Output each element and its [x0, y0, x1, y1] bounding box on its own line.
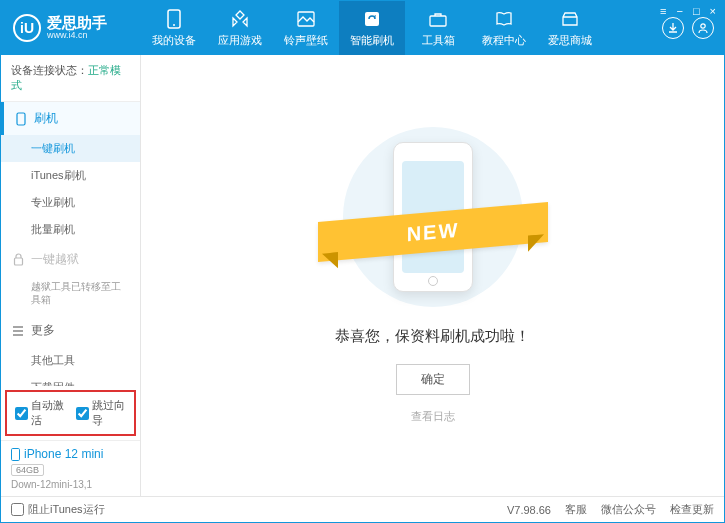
- more-icon: [11, 324, 25, 338]
- nav-label: 教程中心: [482, 33, 526, 48]
- footer: 阻止iTunes运行 V7.98.66 客服 微信公众号 检查更新: [1, 496, 724, 522]
- ok-button[interactable]: 确定: [396, 364, 470, 395]
- svg-rect-8: [12, 448, 20, 460]
- cat-label: 刷机: [34, 110, 58, 127]
- titlebar: iU 爱思助手 www.i4.cn 我的设备 应用游戏 铃声壁纸 智能刷机: [1, 1, 724, 55]
- app-window: ≡ − □ × iU 爱思助手 www.i4.cn 我的设备 应用游戏 铃声壁纸: [0, 0, 725, 523]
- connection-status: 设备连接状态：正常模式: [1, 55, 140, 102]
- nav-label: 应用游戏: [218, 33, 262, 48]
- sub-one-key-flash[interactable]: 一键刷机: [1, 135, 140, 162]
- lock-icon: [11, 253, 25, 267]
- svg-rect-6: [17, 113, 25, 125]
- options-box: 自动激活 跳过向导: [5, 390, 136, 436]
- nav-store[interactable]: 爱思商城: [537, 1, 603, 55]
- device-subtitle: Down-12mini-13,1: [11, 479, 130, 490]
- cat-label: 一键越狱: [31, 251, 79, 268]
- nav-label: 工具箱: [422, 33, 455, 48]
- check-auto-activate[interactable]: 自动激活: [15, 398, 66, 428]
- nav-label: 铃声壁纸: [284, 33, 328, 48]
- sub-download-firmware[interactable]: 下载固件: [1, 374, 140, 386]
- app-title: 爱思助手: [47, 15, 107, 32]
- status-label: 设备连接状态：: [11, 64, 88, 76]
- check-skip-guide[interactable]: 跳过向导: [76, 398, 127, 428]
- sub-itunes-flash[interactable]: iTunes刷机: [1, 162, 140, 189]
- apps-icon: [230, 9, 250, 29]
- nav-tutorial[interactable]: 教程中心: [471, 1, 537, 55]
- cat-flash[interactable]: 刷机: [1, 102, 140, 135]
- device-phone-icon: [11, 448, 20, 461]
- customer-service-link[interactable]: 客服: [565, 502, 587, 517]
- device-capacity: 64GB: [11, 464, 44, 476]
- app-subtitle: www.i4.cn: [47, 31, 107, 41]
- svg-rect-7: [14, 258, 22, 265]
- book-icon: [494, 9, 514, 29]
- svg-point-5: [701, 24, 705, 28]
- wallpaper-icon: [296, 9, 316, 29]
- svg-point-1: [173, 24, 175, 26]
- sub-other-tools[interactable]: 其他工具: [1, 347, 140, 374]
- close-button[interactable]: ×: [708, 5, 718, 17]
- nav-flash[interactable]: 智能刷机: [339, 1, 405, 55]
- body: 设备连接状态：正常模式 刷机 一键刷机 iTunes刷机 专业刷机 批量刷机 一…: [1, 55, 724, 496]
- nav-label: 爱思商城: [548, 33, 592, 48]
- toolbox-icon: [428, 9, 448, 29]
- device-panel[interactable]: iPhone 12 mini 64GB Down-12mini-13,1: [1, 440, 140, 496]
- cat-more[interactable]: 更多: [1, 314, 140, 347]
- main-content: NEW 恭喜您，保资料刷机成功啦！ 确定 查看日志: [141, 55, 724, 496]
- cat-jailbreak[interactable]: 一键越狱: [1, 243, 140, 276]
- maximize-button[interactable]: □: [691, 5, 702, 17]
- check-label: 自动激活: [31, 398, 66, 428]
- version-label: V7.98.66: [507, 504, 551, 516]
- view-log-link[interactable]: 查看日志: [411, 409, 455, 424]
- titlebar-right: [652, 17, 724, 39]
- menu-button[interactable]: ≡: [658, 5, 668, 17]
- sub-batch-flash[interactable]: 批量刷机: [1, 216, 140, 243]
- phone-icon: [164, 9, 184, 29]
- svg-rect-3: [365, 12, 379, 26]
- logo: iU 爱思助手 www.i4.cn: [1, 14, 141, 42]
- nav-toolbox[interactable]: 工具箱: [405, 1, 471, 55]
- block-itunes[interactable]: 阻止iTunes运行: [11, 502, 105, 517]
- jailbreak-note: 越狱工具已转移至工具箱: [1, 276, 140, 314]
- minimize-button[interactable]: −: [674, 5, 684, 17]
- nav-my-device[interactable]: 我的设备: [141, 1, 207, 55]
- nav-ringtone[interactable]: 铃声壁纸: [273, 1, 339, 55]
- phone-small-icon: [14, 112, 28, 126]
- window-controls: ≡ − □ ×: [658, 5, 718, 17]
- check-update-link[interactable]: 检查更新: [670, 502, 714, 517]
- flash-icon: [362, 9, 382, 29]
- block-itunes-checkbox[interactable]: [11, 503, 24, 516]
- check-label: 跳过向导: [92, 398, 127, 428]
- cat-label: 更多: [31, 322, 55, 339]
- store-icon: [560, 9, 580, 29]
- device-name: iPhone 12 mini: [11, 447, 130, 461]
- main-nav: 我的设备 应用游戏 铃声壁纸 智能刷机 工具箱 教程中心: [141, 1, 652, 55]
- side-menu: 刷机 一键刷机 iTunes刷机 专业刷机 批量刷机 一键越狱 越狱工具已转移至…: [1, 102, 140, 386]
- success-illustration: NEW: [333, 127, 533, 307]
- svg-rect-4: [430, 16, 446, 26]
- sidebar: 设备连接状态：正常模式 刷机 一键刷机 iTunes刷机 专业刷机 批量刷机 一…: [1, 55, 141, 496]
- download-button[interactable]: [662, 17, 684, 39]
- logo-icon: iU: [13, 14, 41, 42]
- nav-label: 智能刷机: [350, 33, 394, 48]
- user-button[interactable]: [692, 17, 714, 39]
- skip-guide-checkbox[interactable]: [76, 407, 89, 420]
- sub-pro-flash[interactable]: 专业刷机: [1, 189, 140, 216]
- success-message: 恭喜您，保资料刷机成功啦！: [335, 327, 530, 346]
- nav-apps[interactable]: 应用游戏: [207, 1, 273, 55]
- block-label: 阻止iTunes运行: [28, 502, 105, 517]
- auto-activate-checkbox[interactable]: [15, 407, 28, 420]
- nav-label: 我的设备: [152, 33, 196, 48]
- wechat-link[interactable]: 微信公众号: [601, 502, 656, 517]
